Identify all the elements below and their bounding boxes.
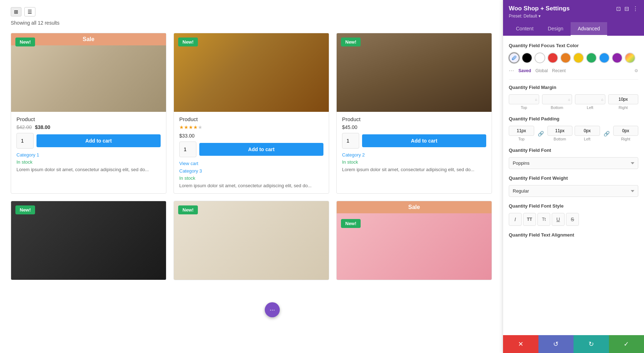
panel-title-row: Woo Shop + Settings ⊡ ⊟ ⋮ — [509, 5, 638, 12]
product-card: New! Product $45.00 Add to cart Category… — [336, 33, 492, 194]
margin-left-unit: ⌂ — [600, 98, 605, 101]
qty-font-label: Quantity Field Font — [509, 148, 638, 153]
qty-font-group: Quantity Field Font Poppins Roboto Open … — [509, 148, 638, 169]
padding-fields-row: Top 🔗 Bottom Left 🔗 — [509, 126, 638, 141]
padding-top-input[interactable] — [509, 126, 534, 135]
recent-tab[interactable]: Recent — [552, 68, 566, 73]
list-view-button[interactable]: ☰ — [24, 7, 35, 16]
new-badge: New! — [178, 205, 198, 214]
margin-right-field: Right — [608, 94, 639, 110]
link-fields-icon[interactable]: 🔗 — [536, 131, 545, 136]
purple-color-swatch[interactable] — [612, 53, 623, 63]
capitalize-button[interactable]: Tt — [537, 213, 550, 226]
product-info: Product $45.00 Add to cart Category 2 In… — [337, 112, 492, 177]
new-badge: New! — [15, 205, 35, 214]
global-tab[interactable]: Global — [535, 68, 548, 73]
saved-tabs-row: ··· Saved Global Recent ⚙ — [509, 67, 638, 74]
underline-button[interactable]: U — [552, 213, 565, 226]
link-fields-icon-2[interactable]: 🔗 — [602, 131, 611, 136]
grid-view-button[interactable]: ⊞ — [11, 7, 21, 16]
qty-padding-label: Quantity Field Padding — [509, 116, 638, 121]
padding-top-label: Top — [518, 137, 525, 141]
qty-font-weight-select[interactable]: Thin Light Regular Medium Semi Bold Bold… — [509, 185, 638, 197]
redo-button[interactable]: ↻ — [574, 335, 609, 353]
qty-font-select[interactable]: Poppins Roboto Open Sans Lato Montserrat — [509, 157, 638, 169]
add-to-cart-row: Add to cart — [179, 141, 323, 157]
tab-advanced[interactable]: Advanced — [571, 22, 607, 36]
padding-left-label: Left — [584, 137, 590, 141]
saved-tab[interactable]: Saved — [518, 68, 531, 73]
gear-icon[interactable]: ⚙ — [634, 68, 638, 73]
margin-left-input[interactable] — [575, 95, 600, 104]
qty-font-weight-label: Quantity Field Font Weight — [509, 175, 638, 181]
margin-right-label: Right — [619, 105, 628, 110]
category-link[interactable]: Category 2 — [342, 152, 486, 158]
more-options-icon-button[interactable]: ⋮ — [633, 5, 638, 12]
main-content: ⊞ ☰ Showing all 12 results Sale New! Pro… — [0, 0, 503, 353]
category-link[interactable]: Category 1 — [16, 152, 161, 158]
screenshot-icon-button[interactable]: ⊡ — [616, 5, 621, 12]
padding-left-input-wrapper — [575, 126, 600, 136]
tab-content[interactable]: Content — [509, 22, 541, 36]
price: $45.00 — [342, 124, 357, 130]
add-to-cart-button[interactable]: Add to cart — [199, 143, 323, 156]
view-toolbar: ⊞ ☰ — [11, 7, 492, 16]
product-description: Lorem ipsum dolor sit amet, consectetur … — [16, 166, 161, 173]
margin-bottom-input[interactable] — [542, 95, 567, 104]
qty-text-alignment-group: Quantity Field Text Alignment — [509, 232, 638, 238]
category-link[interactable]: Category 3 — [179, 168, 323, 174]
star-rating: ★★★★★ — [179, 124, 323, 130]
quantity-input[interactable] — [342, 133, 359, 149]
showing-results-text: Showing all 12 results — [11, 20, 492, 26]
product-image: New! — [174, 33, 329, 112]
product-card: Sale New! Product $42.00 $38.00 Add to c… — [11, 33, 166, 194]
orange-color-swatch[interactable] — [560, 53, 571, 63]
add-to-cart-button[interactable]: Add to cart — [36, 134, 161, 147]
black-color-swatch[interactable] — [522, 53, 532, 63]
product-card: New! — [11, 201, 166, 280]
padding-right-input[interactable] — [614, 126, 638, 135]
strikethrough-button[interactable]: S — [566, 213, 579, 226]
product-card: Sale New! — [336, 201, 492, 280]
floating-action-button[interactable]: ··· — [265, 302, 280, 317]
confirm-button[interactable]: ✓ — [609, 335, 644, 353]
quantity-input[interactable] — [16, 133, 34, 149]
red-color-swatch[interactable] — [547, 53, 558, 63]
padding-left-input[interactable] — [575, 126, 600, 135]
expand-icon-button[interactable]: ⊟ — [624, 5, 629, 12]
margin-left-label: Left — [587, 105, 593, 110]
margin-bottom-label: Bottom — [551, 105, 563, 110]
padding-right-field: Right — [613, 126, 639, 141]
more-colors-icon[interactable]: ··· — [509, 67, 514, 74]
italic-button[interactable]: I — [509, 213, 522, 226]
qty-font-weight-group: Quantity Field Font Weight Thin Light Re… — [509, 175, 638, 197]
uppercase-button[interactable]: TT — [523, 213, 536, 226]
eyedropper-color-swatch[interactable] — [509, 53, 519, 63]
product-info: Product $42.00 $38.00 Add to cart Catego… — [11, 112, 166, 177]
add-to-cart-button[interactable]: Add to cart — [362, 134, 486, 147]
gradient-color-swatch[interactable] — [625, 53, 635, 63]
padding-top-field: Top — [509, 126, 534, 141]
cancel-button[interactable]: ✕ — [503, 335, 538, 353]
panel-bottom-actions: ✕ ↺ ↻ ✓ — [503, 335, 644, 353]
margin-bottom-input-wrapper: ⌂ — [542, 94, 572, 104]
tab-design[interactable]: Design — [541, 22, 571, 36]
padding-right-input-wrapper — [613, 126, 639, 136]
original-price: $42.00 — [16, 124, 32, 130]
padding-right-label: Right — [621, 137, 630, 141]
product-card: New! — [174, 201, 329, 280]
padding-bottom-input[interactable] — [548, 126, 572, 135]
product-description: Lorem ipsum dolor sit amet, consectetur … — [179, 183, 323, 189]
panel-preset[interactable]: Preset: Default ▾ — [509, 14, 638, 19]
green-color-swatch[interactable] — [586, 53, 597, 63]
quantity-input[interactable] — [179, 141, 196, 157]
margin-right-input[interactable] — [609, 95, 638, 104]
white-color-swatch[interactable] — [535, 53, 545, 63]
yellow-color-swatch[interactable] — [573, 53, 584, 63]
view-cart-link[interactable]: View cart — [179, 161, 323, 166]
margin-top-input[interactable] — [509, 95, 533, 104]
sale-price: $38.00 — [35, 124, 50, 130]
price: $33.00 — [179, 133, 195, 139]
undo-button[interactable]: ↺ — [538, 335, 574, 353]
blue-color-swatch[interactable] — [599, 53, 610, 63]
